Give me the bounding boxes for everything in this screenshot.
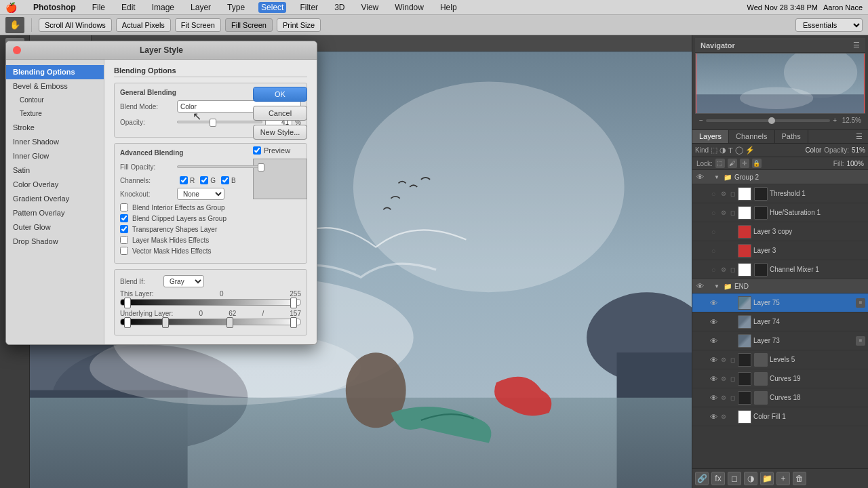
layer-mask-checkbox[interactable] xyxy=(120,236,128,244)
list-item[interactable]: ○ Layer 3 xyxy=(692,241,868,260)
this-layer-slider[interactable] xyxy=(120,299,301,306)
eye-icon[interactable]: 👁 xyxy=(709,412,718,422)
menu-3d[interactable]: 3D xyxy=(332,2,347,13)
mask-icon[interactable]: ◻ xyxy=(729,394,736,401)
sidebar-item-outer-glow[interactable]: Outer Glow xyxy=(6,220,104,235)
sidebar-item-inner-shadow[interactable]: Inner Shadow xyxy=(6,135,104,149)
ok-button[interactable]: OK xyxy=(253,87,307,102)
navigator-options-icon[interactable]: ☰ xyxy=(853,41,860,49)
menu-file[interactable]: File xyxy=(90,2,108,13)
list-item[interactable]: 👁 ⚙ ◻ Levels 5 xyxy=(692,350,868,369)
sidebar-item-blending-options[interactable]: Blending Options xyxy=(6,65,104,79)
eye-icon[interactable]: ○ xyxy=(709,246,718,256)
eye-icon[interactable]: ○ xyxy=(709,189,718,199)
sidebar-item-stroke[interactable]: Stroke xyxy=(6,121,104,135)
fill-screen-button[interactable]: Fill Screen xyxy=(225,18,273,32)
channel-g-check[interactable]: G xyxy=(200,176,216,184)
list-item[interactable]: ○ Layer 3 copy xyxy=(692,222,868,241)
list-item[interactable]: 👁 Layer 75 ≡ xyxy=(692,293,868,312)
settings-icon[interactable]: ⚙ xyxy=(720,413,727,420)
sidebar-item-texture[interactable]: Texture xyxy=(6,107,104,121)
hand-tool-icon[interactable]: ✋ xyxy=(5,17,24,33)
underlying-left-thumb[interactable] xyxy=(124,317,131,328)
opacity-slider[interactable] xyxy=(177,121,262,123)
workspace-dropdown[interactable]: Essentials xyxy=(795,18,863,32)
menu-help[interactable]: Help xyxy=(437,2,460,13)
list-item[interactable]: ○ ⚙ ◻ Hue/Saturation 1 xyxy=(692,203,868,222)
actual-pixels-button[interactable]: Actual Pixels xyxy=(116,18,171,32)
list-item[interactable]: ○ ⚙ ◻ Threshold 1 xyxy=(692,184,868,203)
settings-icon[interactable]: ⚙ xyxy=(720,209,727,216)
settings-icon[interactable]: ⚙ xyxy=(720,190,727,197)
sidebar-item-gradient-overlay[interactable]: Gradient Overlay xyxy=(6,192,104,206)
underlying-layer-slider[interactable] xyxy=(120,319,301,325)
list-item[interactable]: 👁 ▼ 📁 Group 2 xyxy=(692,170,868,184)
filter-icon-adjust[interactable]: ◑ xyxy=(719,146,726,155)
list-item[interactable]: 👁 ⚙ Color Fill 1 xyxy=(692,407,868,426)
channel-b-checkbox[interactable] xyxy=(221,176,229,184)
channel-r-check[interactable]: R xyxy=(180,176,195,184)
blend-mode-value[interactable]: Color xyxy=(805,146,821,154)
eye-icon[interactable]: 👁 xyxy=(695,281,705,291)
mask-icon[interactable]: ◻ xyxy=(729,266,736,273)
channel-r-checkbox[interactable] xyxy=(180,176,188,184)
transparency-shapes-checkbox[interactable] xyxy=(120,225,128,233)
blend-clipped-checkbox[interactable] xyxy=(120,214,128,222)
apple-logo-icon[interactable]: 🍎 xyxy=(5,2,17,13)
settings-icon[interactable]: ⚙ xyxy=(720,375,727,382)
eye-icon[interactable]: 👁 xyxy=(709,355,718,365)
underlying-mid-right-thumb[interactable] xyxy=(226,317,233,328)
new-layer-button[interactable]: + xyxy=(776,472,790,485)
layers-options-icon[interactable]: ☰ xyxy=(850,130,868,143)
menu-image[interactable]: Image xyxy=(149,2,177,13)
new-group-button[interactable]: 📁 xyxy=(760,472,774,485)
channel-b-check[interactable]: B xyxy=(221,176,236,184)
eye-icon[interactable]: ○ xyxy=(709,227,718,237)
group-arrow-icon[interactable]: ▼ xyxy=(714,283,719,289)
settings-icon[interactable]: ⚙ xyxy=(720,266,727,273)
eye-icon[interactable]: 👁 xyxy=(709,336,718,346)
fill-opacity-track[interactable] xyxy=(177,165,262,168)
sidebar-item-color-overlay[interactable]: Color Overlay xyxy=(6,178,104,192)
filter-icon-smart[interactable]: ⚡ xyxy=(745,146,755,155)
vector-mask-checkbox[interactable] xyxy=(120,247,128,255)
sidebar-item-satin[interactable]: Satin xyxy=(6,163,104,178)
lock-pixels-icon[interactable]: 🖌 xyxy=(728,159,737,168)
sidebar-item-drop-shadow[interactable]: Drop Shadow xyxy=(6,235,104,249)
list-item[interactable]: 👁 Layer 73 ≡ xyxy=(692,331,868,350)
add-fx-button[interactable]: fx xyxy=(711,472,725,485)
filter-icon-shape[interactable]: ◯ xyxy=(735,146,743,155)
knockout-dropdown[interactable]: None xyxy=(177,188,224,200)
tab-layers[interactable]: Layers xyxy=(692,130,729,143)
filter-icon-text[interactable]: T xyxy=(728,146,733,155)
underlying-right-thumb[interactable] xyxy=(290,317,297,328)
blend-interior-checkbox[interactable] xyxy=(120,203,128,211)
menu-layer[interactable]: Layer xyxy=(188,2,214,13)
tab-paths[interactable]: Paths xyxy=(775,130,808,143)
opacity-track[interactable] xyxy=(177,121,262,123)
fill-opacity-slider[interactable] xyxy=(177,165,262,168)
sidebar-item-contour[interactable]: Contour xyxy=(6,94,104,107)
underlying-mid-left-thumb[interactable] xyxy=(162,317,169,328)
zoom-in-icon[interactable]: + xyxy=(833,117,837,124)
list-item[interactable]: 👁 ▼ 📁 END xyxy=(692,279,868,293)
zoom-thumb[interactable] xyxy=(768,117,775,124)
eye-icon[interactable]: 👁 xyxy=(709,393,718,403)
eye-icon[interactable]: 👁 xyxy=(709,374,718,384)
list-item[interactable]: 👁 ⚙ ◻ Curves 19 xyxy=(692,369,868,388)
preview-checkbox[interactable] xyxy=(253,146,261,155)
menu-view[interactable]: View xyxy=(358,2,381,13)
eye-icon[interactable]: ○ xyxy=(709,208,718,218)
cancel-button[interactable]: Cancel xyxy=(253,106,307,121)
zoom-track[interactable] xyxy=(706,119,830,122)
list-item[interactable]: ○ ⚙ ◻ Channel Mixer 1 xyxy=(692,260,868,279)
settings-icon[interactable]: ⚙ xyxy=(720,357,727,363)
sidebar-item-bevel-emboss[interactable]: Bevel & Emboss xyxy=(6,79,104,94)
eye-icon[interactable]: 👁 xyxy=(695,172,705,182)
list-item[interactable]: 👁 ⚙ ◻ Curves 18 xyxy=(692,388,868,407)
sidebar-item-pattern-overlay[interactable]: Pattern Overlay xyxy=(6,206,104,220)
eye-icon[interactable]: ○ xyxy=(709,265,718,274)
mask-icon[interactable]: ◻ xyxy=(729,357,736,363)
channel-g-checkbox[interactable] xyxy=(200,176,208,184)
menu-select[interactable]: Select xyxy=(258,2,286,13)
